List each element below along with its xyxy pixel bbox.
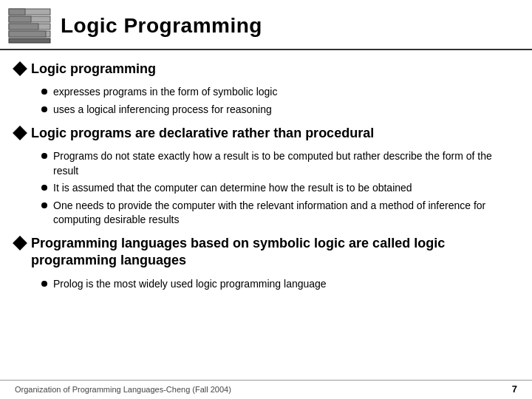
svg-rect-5 bbox=[9, 24, 38, 30]
section1-subbullets: expresses programs in the form of symbol… bbox=[41, 85, 514, 117]
svg-rect-7 bbox=[9, 31, 46, 37]
diamond-icon-3 bbox=[13, 236, 27, 250]
page: Logic Programming Logic programming expr… bbox=[0, 0, 532, 399]
svg-rect-3 bbox=[9, 16, 31, 22]
svg-rect-8 bbox=[9, 38, 50, 43]
footer-text: Organization of Programming Languages-Ch… bbox=[15, 385, 231, 394]
page-number: 7 bbox=[512, 383, 517, 395]
section3-item1: Prolog is the most widely used logic pro… bbox=[53, 277, 327, 292]
bullet-icon bbox=[41, 281, 47, 287]
bullet-icon bbox=[41, 106, 47, 112]
list-item: It is assumed that the computer can dete… bbox=[41, 181, 514, 196]
bullet-icon bbox=[41, 185, 47, 191]
list-item: uses a logical inferencing process for r… bbox=[41, 103, 514, 117]
section3-subbullets: Prolog is the most widely used logic pro… bbox=[41, 277, 514, 292]
footer: Organization of Programming Languages-Ch… bbox=[0, 380, 532, 399]
section2-item1: Programs do not state exactly how a resu… bbox=[53, 149, 514, 178]
section3-header: Programming languages based on symbolic … bbox=[15, 235, 514, 270]
section2-item2: It is assumed that the computer can dete… bbox=[53, 181, 412, 196]
content: Logic programming expresses programs in … bbox=[0, 50, 532, 380]
bullet-icon bbox=[41, 153, 47, 159]
section2-item3: One needs to provide the computer with t… bbox=[53, 199, 514, 228]
section3-title: Programming languages based on symbolic … bbox=[31, 235, 514, 270]
section2-subbullets: Programs do not state exactly how a resu… bbox=[41, 149, 514, 228]
section1-item1: expresses programs in the form of symbol… bbox=[53, 85, 277, 100]
stack-icon bbox=[7, 7, 52, 44]
svg-rect-1 bbox=[9, 9, 25, 15]
bullet-icon bbox=[41, 89, 47, 95]
section1-item2: uses a logical inferencing process for r… bbox=[53, 103, 272, 117]
list-item: expresses programs in the form of symbol… bbox=[41, 85, 514, 100]
header: Logic Programming bbox=[0, 0, 532, 50]
list-item: Programs do not state exactly how a resu… bbox=[41, 149, 514, 178]
section1-title: Logic programming bbox=[31, 61, 156, 78]
diamond-icon-1 bbox=[13, 61, 27, 76]
list-item: One needs to provide the computer with t… bbox=[41, 199, 514, 228]
section1-header: Logic programming bbox=[15, 61, 514, 78]
page-title: Logic Programming bbox=[61, 14, 262, 38]
section2-title: Logic programs are declarative rather th… bbox=[31, 125, 374, 142]
diamond-icon-2 bbox=[13, 126, 27, 140]
bullet-icon bbox=[41, 202, 47, 208]
section2-header: Logic programs are declarative rather th… bbox=[15, 125, 514, 142]
list-item: Prolog is the most widely used logic pro… bbox=[41, 277, 514, 292]
